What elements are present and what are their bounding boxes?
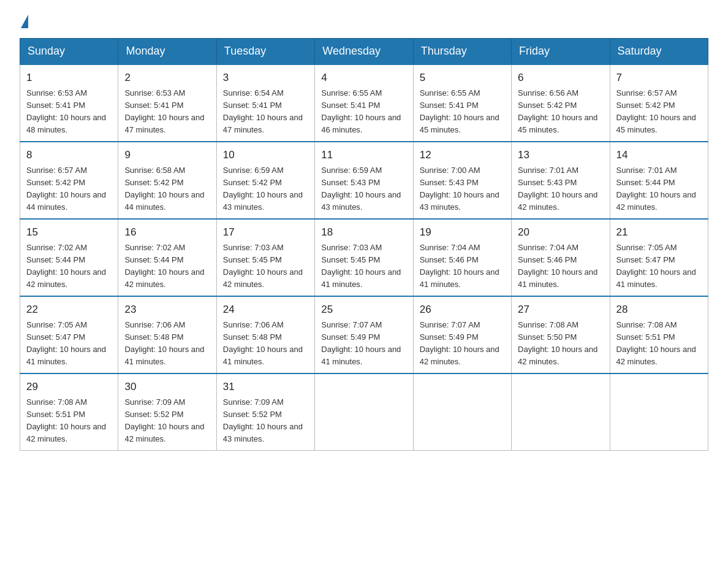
day-info: Sunrise: 7:04 AMSunset: 5:46 PMDaylight:… bbox=[420, 242, 505, 291]
calendar-cell: 11 Sunrise: 6:59 AMSunset: 5:43 PMDaylig… bbox=[315, 142, 413, 219]
day-number: 16 bbox=[124, 224, 210, 240]
day-info: Sunrise: 6:59 AMSunset: 5:43 PMDaylight:… bbox=[321, 164, 406, 214]
day-number: 28 bbox=[616, 302, 702, 318]
day-number: 25 bbox=[321, 302, 406, 318]
day-info: Sunrise: 7:00 AMSunset: 5:43 PMDaylight:… bbox=[420, 164, 505, 214]
calendar-cell: 27 Sunrise: 7:08 AMSunset: 5:50 PMDaylig… bbox=[512, 296, 610, 373]
calendar-week-row: 1 Sunrise: 6:53 AMSunset: 5:41 PMDayligh… bbox=[20, 64, 708, 142]
calendar-cell: 8 Sunrise: 6:57 AMSunset: 5:42 PMDayligh… bbox=[20, 142, 118, 219]
calendar-cell: 31 Sunrise: 7:09 AMSunset: 5:52 PMDaylig… bbox=[216, 373, 314, 451]
day-info: Sunrise: 7:04 AMSunset: 5:46 PMDaylight:… bbox=[518, 242, 603, 291]
calendar-cell: 30 Sunrise: 7:09 AMSunset: 5:52 PMDaylig… bbox=[118, 373, 216, 451]
day-number: 21 bbox=[616, 224, 702, 240]
day-info: Sunrise: 7:05 AMSunset: 5:47 PMDaylight:… bbox=[616, 242, 702, 291]
page-header bbox=[20, 15, 708, 28]
day-number: 18 bbox=[321, 224, 406, 240]
day-info: Sunrise: 6:55 AMSunset: 5:41 PMDaylight:… bbox=[321, 87, 406, 137]
calendar-cell: 5 Sunrise: 6:55 AMSunset: 5:41 PMDayligh… bbox=[413, 64, 511, 142]
calendar-cell: 29 Sunrise: 7:08 AMSunset: 5:51 PMDaylig… bbox=[20, 373, 118, 451]
calendar-cell: 4 Sunrise: 6:55 AMSunset: 5:41 PMDayligh… bbox=[315, 64, 413, 142]
calendar-cell: 6 Sunrise: 6:56 AMSunset: 5:42 PMDayligh… bbox=[512, 64, 610, 142]
day-info: Sunrise: 6:54 AMSunset: 5:41 PMDaylight:… bbox=[223, 87, 308, 137]
weekday-header-monday: Monday bbox=[118, 39, 216, 65]
calendar-cell bbox=[610, 373, 708, 451]
day-number: 4 bbox=[321, 70, 406, 86]
day-info: Sunrise: 6:57 AMSunset: 5:42 PMDaylight:… bbox=[616, 87, 702, 137]
day-number: 17 bbox=[223, 224, 308, 240]
calendar-cell: 24 Sunrise: 7:06 AMSunset: 5:48 PMDaylig… bbox=[216, 296, 314, 373]
calendar-cell: 22 Sunrise: 7:05 AMSunset: 5:47 PMDaylig… bbox=[20, 296, 118, 373]
day-number: 24 bbox=[223, 302, 308, 318]
day-info: Sunrise: 7:05 AMSunset: 5:47 PMDaylight:… bbox=[26, 319, 112, 369]
day-number: 12 bbox=[420, 147, 505, 163]
day-info: Sunrise: 7:08 AMSunset: 5:50 PMDaylight:… bbox=[518, 319, 603, 369]
calendar-cell: 15 Sunrise: 7:02 AMSunset: 5:44 PMDaylig… bbox=[20, 219, 118, 296]
calendar-cell: 19 Sunrise: 7:04 AMSunset: 5:46 PMDaylig… bbox=[413, 219, 511, 296]
day-info: Sunrise: 7:08 AMSunset: 5:51 PMDaylight:… bbox=[26, 396, 112, 446]
day-info: Sunrise: 7:02 AMSunset: 5:44 PMDaylight:… bbox=[124, 242, 210, 291]
calendar-cell: 14 Sunrise: 7:01 AMSunset: 5:44 PMDaylig… bbox=[610, 142, 708, 219]
day-number: 11 bbox=[321, 147, 406, 163]
day-info: Sunrise: 7:07 AMSunset: 5:49 PMDaylight:… bbox=[321, 319, 406, 369]
calendar-cell: 7 Sunrise: 6:57 AMSunset: 5:42 PMDayligh… bbox=[610, 64, 708, 142]
day-number: 3 bbox=[223, 70, 308, 86]
day-number: 1 bbox=[26, 70, 112, 86]
day-info: Sunrise: 7:09 AMSunset: 5:52 PMDaylight:… bbox=[223, 396, 308, 446]
calendar-cell: 3 Sunrise: 6:54 AMSunset: 5:41 PMDayligh… bbox=[216, 64, 314, 142]
calendar-cell: 21 Sunrise: 7:05 AMSunset: 5:47 PMDaylig… bbox=[610, 219, 708, 296]
day-number: 15 bbox=[26, 224, 112, 240]
calendar-cell: 25 Sunrise: 7:07 AMSunset: 5:49 PMDaylig… bbox=[315, 296, 413, 373]
day-info: Sunrise: 7:09 AMSunset: 5:52 PMDaylight:… bbox=[124, 396, 210, 446]
calendar-week-row: 22 Sunrise: 7:05 AMSunset: 5:47 PMDaylig… bbox=[20, 296, 708, 373]
day-number: 10 bbox=[223, 147, 308, 163]
day-number: 22 bbox=[26, 302, 112, 318]
day-number: 31 bbox=[223, 379, 308, 395]
day-info: Sunrise: 7:03 AMSunset: 5:45 PMDaylight:… bbox=[321, 242, 406, 291]
day-info: Sunrise: 6:55 AMSunset: 5:41 PMDaylight:… bbox=[420, 87, 505, 137]
calendar-week-row: 8 Sunrise: 6:57 AMSunset: 5:42 PMDayligh… bbox=[20, 142, 708, 219]
calendar-cell: 13 Sunrise: 7:01 AMSunset: 5:43 PMDaylig… bbox=[512, 142, 610, 219]
day-number: 19 bbox=[420, 224, 505, 240]
calendar-cell: 23 Sunrise: 7:06 AMSunset: 5:48 PMDaylig… bbox=[118, 296, 216, 373]
calendar-week-row: 15 Sunrise: 7:02 AMSunset: 5:44 PMDaylig… bbox=[20, 219, 708, 296]
day-number: 27 bbox=[518, 302, 603, 318]
day-info: Sunrise: 7:06 AMSunset: 5:48 PMDaylight:… bbox=[124, 319, 210, 369]
day-info: Sunrise: 6:53 AMSunset: 5:41 PMDaylight:… bbox=[124, 87, 210, 137]
day-info: Sunrise: 6:58 AMSunset: 5:42 PMDaylight:… bbox=[124, 164, 210, 214]
calendar-cell: 2 Sunrise: 6:53 AMSunset: 5:41 PMDayligh… bbox=[118, 64, 216, 142]
calendar-week-row: 29 Sunrise: 7:08 AMSunset: 5:51 PMDaylig… bbox=[20, 373, 708, 451]
day-number: 29 bbox=[26, 379, 112, 395]
day-number: 2 bbox=[124, 70, 210, 86]
calendar-cell bbox=[413, 373, 511, 451]
day-number: 23 bbox=[124, 302, 210, 318]
day-info: Sunrise: 6:57 AMSunset: 5:42 PMDaylight:… bbox=[26, 164, 112, 214]
calendar-cell: 18 Sunrise: 7:03 AMSunset: 5:45 PMDaylig… bbox=[315, 219, 413, 296]
day-number: 13 bbox=[518, 147, 603, 163]
day-number: 26 bbox=[420, 302, 505, 318]
day-number: 30 bbox=[124, 379, 210, 395]
day-info: Sunrise: 6:53 AMSunset: 5:41 PMDaylight:… bbox=[26, 87, 112, 137]
calendar-cell: 1 Sunrise: 6:53 AMSunset: 5:41 PMDayligh… bbox=[20, 64, 118, 142]
day-number: 6 bbox=[518, 70, 603, 86]
calendar-table: SundayMondayTuesdayWednesdayThursdayFrid… bbox=[20, 38, 708, 451]
calendar-cell bbox=[315, 373, 413, 451]
day-info: Sunrise: 7:03 AMSunset: 5:45 PMDaylight:… bbox=[223, 242, 308, 291]
day-number: 9 bbox=[124, 147, 210, 163]
weekday-header-sunday: Sunday bbox=[20, 39, 118, 65]
day-info: Sunrise: 6:56 AMSunset: 5:42 PMDaylight:… bbox=[518, 87, 603, 137]
weekday-header-wednesday: Wednesday bbox=[315, 39, 413, 65]
calendar-cell: 10 Sunrise: 6:59 AMSunset: 5:42 PMDaylig… bbox=[216, 142, 314, 219]
day-info: Sunrise: 7:01 AMSunset: 5:44 PMDaylight:… bbox=[616, 164, 702, 214]
calendar-cell: 12 Sunrise: 7:00 AMSunset: 5:43 PMDaylig… bbox=[413, 142, 511, 219]
weekday-header-row: SundayMondayTuesdayWednesdayThursdayFrid… bbox=[20, 39, 708, 65]
weekday-header-tuesday: Tuesday bbox=[216, 39, 314, 65]
day-info: Sunrise: 7:01 AMSunset: 5:43 PMDaylight:… bbox=[518, 164, 603, 214]
day-info: Sunrise: 6:59 AMSunset: 5:42 PMDaylight:… bbox=[223, 164, 308, 214]
calendar-cell: 9 Sunrise: 6:58 AMSunset: 5:42 PMDayligh… bbox=[118, 142, 216, 219]
day-number: 20 bbox=[518, 224, 603, 240]
calendar-cell bbox=[512, 373, 610, 451]
day-number: 14 bbox=[616, 147, 702, 163]
day-number: 5 bbox=[420, 70, 505, 86]
day-info: Sunrise: 7:02 AMSunset: 5:44 PMDaylight:… bbox=[26, 242, 112, 291]
calendar-cell: 26 Sunrise: 7:07 AMSunset: 5:49 PMDaylig… bbox=[413, 296, 511, 373]
